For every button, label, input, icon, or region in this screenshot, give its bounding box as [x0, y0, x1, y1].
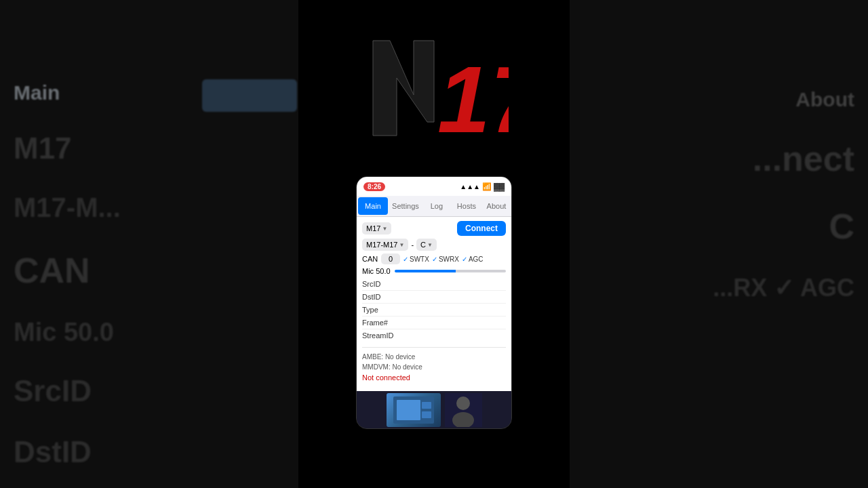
- svg-rect-4: [397, 400, 420, 420]
- svg-text:17: 17: [437, 46, 509, 149]
- svg-rect-5: [422, 402, 431, 409]
- frame-row: Frame#: [362, 317, 506, 329]
- app-content: M17 ▼ Connect M17-M17 ▼ - C ▼ CAN: [357, 217, 511, 391]
- tab-hosts[interactable]: Hosts: [452, 196, 481, 216]
- tab-log[interactable]: Log: [422, 196, 452, 216]
- person-silhouette-icon: [445, 393, 482, 427]
- can-input[interactable]: [381, 253, 400, 264]
- srcid-row: SrcID: [362, 278, 506, 291]
- mic-label: Mic 50.0: [362, 267, 391, 275]
- logo-area: 17: [298, 0, 570, 176]
- video-preview-icon: [393, 396, 434, 424]
- module-select[interactable]: C ▼: [416, 239, 437, 251]
- phone-frame: 8:26 ▲▲▲ 📶 ▓▓ Main Settings Log Hosts Ab…: [356, 176, 512, 429]
- video-person-preview: [445, 393, 482, 427]
- svg-marker-0: [373, 41, 434, 136]
- can-row: CAN ✓ SWTX ✓ SWRX ✓ AGC: [362, 253, 506, 264]
- signal-icon: ▲▲▲: [460, 183, 480, 190]
- reflector-arrow-icon: ▼: [399, 242, 404, 248]
- svg-rect-6: [422, 411, 431, 418]
- mmdvm-status: MMDVM: No device: [362, 362, 506, 372]
- battery-icon: ▓▓: [494, 182, 505, 190]
- connection-status: Not connected: [362, 372, 506, 383]
- module-separator: -: [411, 241, 414, 249]
- can-label: CAN: [362, 255, 381, 263]
- mode-row: M17 ▼ Connect: [362, 221, 506, 236]
- video-thumbnail-area: [357, 391, 511, 428]
- mode-arrow-icon: ▼: [382, 226, 387, 232]
- mode-value: M17: [366, 224, 380, 232]
- ambe-status: AMBE: No device: [362, 352, 506, 362]
- mic-slider[interactable]: [395, 270, 506, 272]
- connect-button[interactable]: Connect: [457, 221, 506, 236]
- reflector-select[interactable]: M17-M17 ▼: [362, 239, 408, 251]
- m17-logo: 17: [359, 27, 509, 149]
- status-bar: 8:26 ▲▲▲ 📶 ▓▓: [357, 177, 511, 196]
- svg-point-8: [456, 396, 470, 410]
- background-left: [0, 0, 298, 488]
- type-row: Type: [362, 304, 506, 317]
- module-value: C: [420, 241, 426, 249]
- background-right: [570, 0, 868, 488]
- dstid-row: DstID: [362, 291, 506, 304]
- tab-bar: Main Settings Log Hosts About: [357, 196, 511, 217]
- mic-row: Mic 50.0: [362, 267, 506, 275]
- swtx-checkbox[interactable]: ✓ SWTX: [403, 256, 429, 263]
- swtx-label: SWTX: [410, 256, 429, 263]
- status-time: 8:26: [363, 182, 385, 191]
- agc-checkbox[interactable]: ✓ AGC: [462, 256, 484, 263]
- status-icons: ▲▲▲ 📶 ▓▓: [460, 182, 505, 191]
- status-section: AMBE: No device MMDVM: No device Not con…: [362, 347, 506, 387]
- tab-about[interactable]: About: [481, 196, 511, 216]
- agc-tick-icon: ✓: [462, 256, 467, 263]
- swrx-checkbox[interactable]: ✓ SWRX: [432, 256, 459, 263]
- agc-label: AGC: [469, 256, 484, 263]
- video-thumb-preview: [387, 393, 441, 427]
- swrx-label: SWRX: [439, 256, 459, 263]
- wifi-icon: 📶: [482, 182, 492, 191]
- checkboxes-group: ✓ SWTX ✓ SWRX ✓ AGC: [403, 256, 484, 263]
- tab-main[interactable]: Main: [358, 197, 388, 215]
- center-area: 17 8:26 ▲▲▲ 📶 ▓▓ Main Settings Log Hosts…: [298, 0, 570, 488]
- reflector-row: M17-M17 ▼ - C ▼: [362, 239, 506, 251]
- mode-select[interactable]: M17 ▼: [362, 222, 391, 235]
- swtx-tick-icon: ✓: [403, 256, 408, 263]
- swrx-tick-icon: ✓: [432, 256, 437, 263]
- reflector-value: M17-M17: [366, 241, 397, 249]
- streamid-row: StreamID: [362, 329, 506, 342]
- tab-settings[interactable]: Settings: [389, 196, 422, 216]
- module-arrow-icon: ▼: [427, 242, 433, 248]
